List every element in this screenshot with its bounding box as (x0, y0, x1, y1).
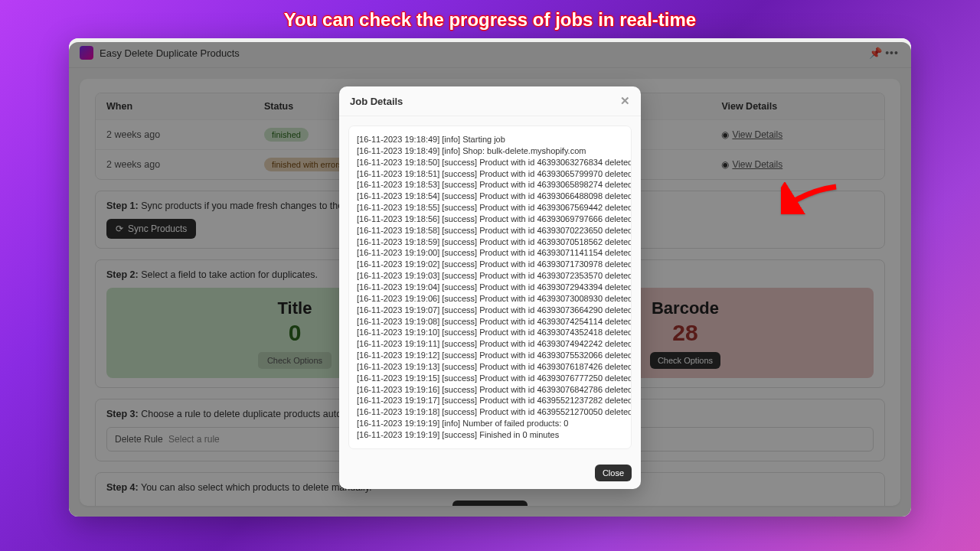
modal-title: Job Details (350, 96, 403, 107)
modal-overlay: Job Details ✕ [16-11-2023 19:18:49] [inf… (69, 42, 911, 517)
close-button[interactable]: Close (595, 465, 632, 481)
annotation-arrow (781, 182, 841, 217)
job-log-output: [16-11-2023 19:18:49] [info] Starting jo… (348, 126, 632, 449)
job-details-modal: Job Details ✕ [16-11-2023 19:18:49] [inf… (339, 86, 641, 489)
marketing-caption: You can check the progress of jobs in re… (0, 0, 980, 38)
close-icon[interactable]: ✕ (620, 94, 630, 108)
